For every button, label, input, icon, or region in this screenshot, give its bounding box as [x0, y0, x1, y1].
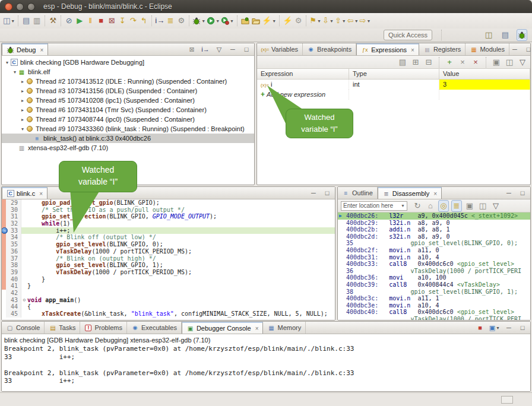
disassembly-line[interactable]: 400dbc40: call8 0x400dc6c0 <gpio_set_lev… — [338, 309, 530, 316]
debug-icon[interactable]: ▼ — [192, 15, 206, 27]
tab-disassembly[interactable]: ≣Disassembly× — [378, 187, 442, 199]
tab-memory[interactable]: ▦Memory — [263, 322, 306, 334]
tab-breakpoints[interactable]: ◉Breakpoints — [303, 43, 356, 55]
external-tools-icon[interactable]: ▼ — [220, 15, 235, 27]
code-text[interactable]: void app_main() — [27, 297, 335, 304]
search-icon[interactable]: ⚡ — [282, 15, 293, 27]
maximize-icon[interactable]: □ — [517, 187, 528, 199]
forward-icon[interactable]: ⇨▼ — [359, 15, 372, 27]
annotation-icon[interactable]: ⚙ — [293, 15, 303, 27]
launch-flash-icon[interactable]: ⚡▼ — [261, 15, 277, 27]
code-text[interactable]: /* Set the GPIO as a push/pull output */ — [27, 207, 335, 214]
code-text[interactable]: while(1) — [27, 220, 335, 227]
tab-tasks[interactable]: ▤Tasks — [45, 322, 80, 334]
console-output[interactable]: blink checking [GDB Hardware Debugging] … — [2, 334, 530, 391]
remove-expression-icon[interactable]: × — [457, 56, 468, 68]
tab-executables[interactable]: ◉Executables — [127, 322, 182, 334]
code-text[interactable]: /* Blink on (output high) */ — [27, 255, 335, 262]
code-line-29[interactable]: 29 gpio_pad_select_gpio(BLINK_GPIO); — [2, 199, 335, 207]
refresh-icon[interactable]: ↻ — [412, 200, 423, 212]
code-line-39[interactable]: 39 vTaskDelay(1000 / portTICK_PERIOD_MS)… — [2, 269, 335, 276]
minimize-icon[interactable]: ─ — [504, 322, 514, 334]
dropdown-arrow-icon[interactable]: ▼ — [317, 19, 321, 23]
view-menu-icon[interactable]: ▽ — [214, 43, 224, 55]
maximize-icon[interactable]: □ — [523, 43, 532, 55]
debug-tree-row[interactable]: ▸Thread #3 1073413156 (IDLE) (Suspended … — [2, 86, 254, 96]
display-console-icon[interactable]: ▣▼ — [489, 322, 501, 334]
debug-tree-row[interactable]: ▸Thread #7 1073408744 (ipc0) (Suspended … — [2, 115, 254, 124]
debug-tree-row[interactable]: ≡blink_task() at blink.c:33 0x400dbc26 — [2, 134, 254, 143]
minimize-window-button[interactable] — [16, 3, 24, 11]
debug-tree-row[interactable]: ▥xtensa-esp32-elf-gdb (7.10) — [2, 143, 254, 153]
code-line-34[interactable]: 34 /* Blink off (output low) */ — [2, 234, 335, 241]
skip-breakpoints-icon[interactable]: ⊘ — [64, 15, 74, 27]
add-expression-cell[interactable]: +Add new expression — [257, 90, 349, 100]
use-step-filters-icon[interactable]: ≣ — [165, 15, 176, 27]
step-return-icon[interactable]: ↰ — [138, 15, 149, 27]
instruction-stepping-icon[interactable]: i→ — [200, 43, 211, 55]
tab-close-icon[interactable]: × — [255, 325, 259, 332]
code-line-30[interactable]: 30 /* Set the GPIO as a push/pull output… — [2, 207, 335, 214]
line-number[interactable]: 35 — [6, 241, 21, 248]
code-text[interactable]: } — [27, 283, 335, 290]
code-text[interactable]: i++; — [27, 227, 335, 234]
tab-modules[interactable]: ▦Modules — [466, 43, 509, 55]
disassembly-line[interactable]: vTaskDelay(1000 / portTICK_PERI — [338, 316, 530, 320]
disassembly-line[interactable]: 400dbc31: movi.n a10, 4 — [338, 254, 530, 261]
code-text[interactable]: gpio_pad_select_gpio(BLINK_GPIO); — [27, 199, 335, 207]
code-line-33[interactable]: →33 i++; — [2, 227, 335, 234]
code-editor[interactable]: 29 gpio_pad_select_gpio(BLINK_GPIO);30 /… — [2, 199, 335, 320]
run-icon[interactable]: ▼ — [206, 15, 220, 27]
maximize-icon[interactable]: □ — [322, 187, 332, 199]
tab-debug[interactable]: Debug× — [2, 43, 48, 55]
minimize-icon[interactable]: ─ — [504, 187, 514, 199]
tab-outline[interactable]: ≡Outline — [338, 187, 378, 199]
code-text[interactable]: } — [27, 276, 335, 283]
tree-expand-icon[interactable]: ▸ — [20, 79, 26, 84]
line-number[interactable]: 29 — [6, 199, 21, 207]
previous-annotation-icon[interactable]: ⇧▼ — [334, 15, 347, 27]
minimize-icon[interactable]: ─ — [227, 43, 238, 55]
code-line-41[interactable]: 41} — [2, 283, 335, 290]
line-number[interactable]: 32 — [6, 220, 21, 227]
tab-close-icon[interactable]: × — [411, 47, 414, 53]
disassembly-line[interactable]: 400dbc3c: movi.n a11, 1 — [338, 295, 530, 302]
dropdown-arrow-icon[interactable]: ▼ — [354, 19, 359, 23]
open-task-icon[interactable] — [240, 15, 251, 27]
column-header-value[interactable]: Value — [439, 69, 530, 79]
tree-expand-icon[interactable]: ▸ — [20, 117, 26, 122]
dropdown-arrow-icon[interactable]: ▼ — [201, 19, 205, 23]
dropdown-arrow-icon[interactable]: ▼ — [496, 326, 500, 330]
debug-tree-row[interactable]: ▸Thread #2 1073413512 (IDLE : Running) (… — [2, 77, 254, 86]
instruction-stepping-icon[interactable]: i→ — [154, 15, 165, 27]
home-icon[interactable]: ⌂ — [425, 200, 436, 212]
expression-cell[interactable]: (x)=i — [257, 80, 349, 90]
terminate-icon[interactable]: ■ — [96, 15, 106, 27]
close-window-button[interactable] — [5, 3, 12, 11]
disassembly-line[interactable]: ▶400dbc26: l32r a9, 0x400d045c <_stext+1… — [338, 212, 530, 220]
line-number[interactable]: 45 — [6, 310, 21, 318]
disassembly-line[interactable]: 400dbc2d: s32i.n a8, a9, 0 — [338, 233, 530, 240]
show-types-icon[interactable]: ▤ — [397, 56, 408, 68]
suspend-icon[interactable]: ‖ — [85, 15, 96, 27]
line-number[interactable]: 39 — [6, 269, 21, 276]
tree-expand-icon[interactable]: ▾ — [12, 69, 18, 75]
back-icon[interactable]: ⇦▼ — [347, 15, 359, 27]
line-number[interactable]: 41 — [6, 283, 21, 290]
code-line-35[interactable]: 35 gpio_set_level(BLINK_GPIO, 0); — [2, 241, 335, 248]
dropdown-arrow-icon[interactable]: ▼ — [11, 19, 15, 23]
new-view-icon[interactable]: ▣ — [464, 200, 475, 212]
tab-console[interactable]: ▢Console — [2, 322, 45, 334]
code-line-42[interactable]: 42 — [2, 290, 335, 297]
tree-expand-icon[interactable]: ▸ — [20, 88, 26, 94]
line-number[interactable]: 40 — [6, 276, 21, 283]
tree-expand-icon[interactable]: ▾ — [4, 60, 10, 65]
code-text[interactable]: xTaskCreate(&blink_task, "blink_task", c… — [27, 310, 335, 318]
debug-tree-row[interactable]: ▸Thread #5 1073410208 (ipc1) (Suspended … — [2, 96, 254, 105]
tab-close-icon[interactable]: × — [40, 47, 43, 53]
open-resource-icon[interactable] — [251, 15, 261, 27]
disconnect-icon[interactable]: ⊠ — [106, 15, 117, 27]
fold-marker-icon[interactable]: ⊖ — [21, 297, 27, 304]
step-over-icon[interactable]: ↷ — [128, 15, 138, 27]
save-all-icon[interactable]: ▥ — [31, 15, 42, 27]
